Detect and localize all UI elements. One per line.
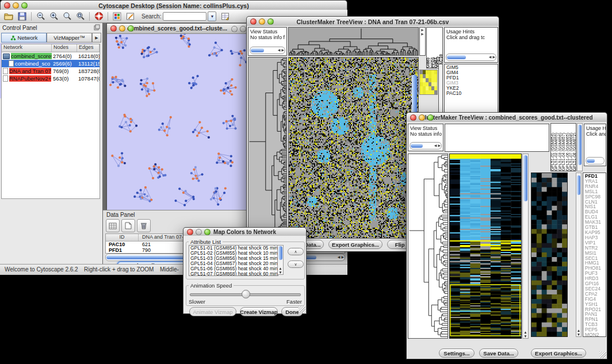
scroll-up-icon[interactable]: ▲ [523,330,527,334]
selected-cluster-heatmap[interactable] [419,70,438,95]
dendrogram-arrow-strip[interactable]: ▶ ▶ [419,27,426,56]
move-down-button[interactable]: ∨ [288,260,304,268]
network-view-window[interactable]: combined_scores_good.txt--cluste... [106,23,248,210]
scroll-up-icon[interactable]: ▲ [278,266,282,270]
minimize-button[interactable] [13,2,19,9]
attribute-list[interactable]: GPL51-01 (GSM854) heat shock 05 minGPL51… [189,245,278,276]
zoom-scrollbar[interactable]: ▲▼ [576,173,582,337]
attribute-list-scrollbar[interactable]: ▲▼ [277,245,284,275]
zoom-heatmap[interactable] [531,173,568,337]
col-id[interactable]: ID [106,234,139,241]
export-graphics-button[interactable]: Export Graphics... [531,348,586,358]
usage-hints-scrollbar[interactable]: ◀▶ [446,53,496,61]
window-controls [4,2,28,9]
dialog-buttons: Animate Vizmap Create Vizmap Done [183,307,306,319]
close-button[interactable] [410,114,416,121]
scroll-down-icon[interactable]: ▼ [577,332,580,336]
scroll-down-icon[interactable]: ▼ [278,270,282,274]
minimize-button[interactable] [119,25,125,32]
close-button[interactable] [231,26,238,32]
zoom-button[interactable] [204,229,211,235]
move-up-button[interactable]: ∧ [288,248,304,255]
view-status-scrollbar[interactable]: ◀▶ [410,142,442,150]
resize-grip[interactable] [299,306,305,313]
network-frame-titlebar[interactable]: combined_scores_good.txt--cluste... [107,24,247,34]
delete-attribute-trash-icon[interactable] [137,219,151,232]
close-button[interactable] [187,229,193,235]
expand-right-icon[interactable]: ▶ [421,28,424,32]
vizmapper-palette-icon[interactable] [110,11,124,22]
zoom-button[interactable] [267,18,274,25]
gene-label[interactable]: PAC10 [446,91,498,96]
close-button[interactable] [110,25,117,32]
zoom-button[interactable] [21,2,28,9]
zoom-in-icon[interactable] [47,11,60,22]
heatmap-scrollbar[interactable]: ▲▼ [522,154,529,339]
open-file-button[interactable] [2,11,16,22]
animate-vizmap-button[interactable]: Animate Vizmap [189,307,236,316]
close-button[interactable] [250,18,257,25]
network-row[interactable]: DNA and Tran 07 769(0) 183728(0) [2,67,100,75]
select-attributes-icon[interactable] [106,219,120,232]
minimize-button[interactable] [259,18,265,25]
usage-hints-scrollbar[interactable] [586,157,605,164]
create-vizmap-button[interactable]: Create Vizmap [240,307,278,316]
minimize-button[interactable] [196,229,202,235]
col-edges[interactable]: Edges [77,44,100,52]
zoom-fit-icon[interactable] [74,11,87,22]
scroll-right-icon[interactable]: ▶ [281,48,285,53]
network-nodes-count: 2569(6) [52,60,77,67]
col-network[interactable]: Network [2,44,52,52]
float-panel-icon[interactable] [94,22,100,33]
tabs-overflow-button[interactable]: ▶ [92,33,101,43]
gene-label[interactable]: MON2 [585,332,606,337]
dna-heatmap[interactable] [288,57,419,239]
annotation-icon[interactable] [124,11,137,22]
close-button[interactable] [4,2,10,9]
scroll-left-icon[interactable]: ◀ [434,143,438,148]
zoom-out-icon[interactable] [34,11,47,22]
expand-right-icon[interactable]: ▶ [421,32,424,36]
network-file-icon [3,68,8,74]
column-dendrogram[interactable] [288,27,419,56]
new-attribute-icon[interactable] [121,219,135,232]
scroll-right-icon[interactable]: ▶ [492,55,496,60]
scroll-left-icon[interactable]: ◀ [337,255,341,260]
network-row[interactable]: RNAPuberNov2+ 563(0) 107847(0) [2,75,100,82]
minimize-button[interactable] [419,114,425,121]
save-data-button[interactable]: Save Data... [479,348,518,358]
network-canvas[interactable] [107,34,247,210]
network-row[interactable]: combined_sco 2569(6) 13112(15) [2,60,100,67]
attribute-list-item[interactable]: GPL51-07 (GSM868) heat shock 60 min [190,271,278,276]
zoom-button[interactable] [128,25,134,32]
column-label[interactable]: GPL51-08 (GSM872) [573,133,576,171]
tab-vizmapper[interactable]: VizMapper™ [47,33,92,43]
scroll-down-icon[interactable]: ▼ [523,334,527,338]
resize-grip[interactable] [599,351,606,358]
minimize-button[interactable] [240,26,246,32]
zoom-selected-icon[interactable] [60,11,74,22]
report-table-icon[interactable] [219,11,232,22]
network-row[interactable]: combined_scores 2764(0) 16218(0) [2,52,100,60]
tab-network[interactable]: Network [1,33,47,43]
help-lifebuoy-icon[interactable] [92,11,105,22]
labels-scrollbar[interactable] [577,123,583,171]
save-button[interactable] [16,11,29,22]
scroll-up-icon[interactable]: ▲ [577,328,580,332]
row-dendrogram[interactable] [248,57,287,239]
search-dropdown-icon[interactable]: ▼ [208,12,216,21]
row-dendrogram[interactable] [408,154,448,339]
view-status-scrollbar[interactable]: ◀▶ [250,47,285,54]
slider-thumb[interactable] [242,290,250,298]
column-dendrogram-empty[interactable] [445,124,549,152]
scroll-right-icon[interactable]: ▶ [437,143,441,148]
scroll-left-icon[interactable]: ◀ [277,48,281,53]
export-graphics-button[interactable]: Export Graphics... [328,240,382,249]
combined-heatmap[interactable] [449,154,522,339]
col-nodes[interactable]: Nodes [52,44,77,52]
settings-button[interactable]: Settings... [439,348,475,358]
search-input[interactable] [163,12,206,21]
scroll-right-icon[interactable]: ▶ [341,255,345,260]
scroll-left-icon[interactable]: ◀ [488,55,492,60]
zoom-button[interactable] [427,114,434,121]
